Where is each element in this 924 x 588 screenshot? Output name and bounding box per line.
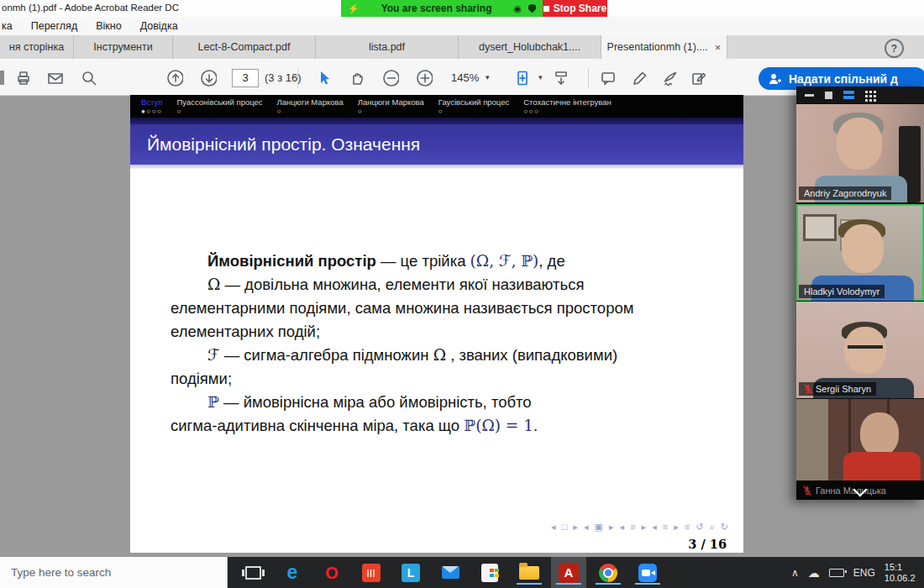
stop-icon [543,6,549,12]
mic-muted-icon [803,486,811,496]
participant-video-1[interactable]: Andriy Zagorodnyuk [796,104,924,202]
active-tab-label: Presentationmh (1).... [607,41,708,53]
participant-video-4[interactable] [796,399,924,480]
zoom-level-value[interactable]: 145% [451,71,479,84]
slide-text-line: сигма-адитивна скінченна міра, така що ℙ… [171,417,718,440]
taskbar-icons: e O ||| L A [242,557,659,588]
section-vstup[interactable]: Вступ●○○○ [141,97,162,118]
zoom-in-icon[interactable] [416,70,433,87]
strip-view-icon[interactable] [843,91,854,99]
print-icon[interactable] [15,70,32,87]
toolbar-divider [297,68,298,88]
participant-name-label: Hladkyi Volodymyr [799,285,885,298]
email-icon[interactable] [47,70,64,87]
slide-text-line: елементарних подій; [171,323,718,346]
opera-icon[interactable]: O [321,561,343,585]
mic-muted-icon [804,384,812,394]
toolbar-divider [588,68,589,88]
slide-title: Ймовірнісний простір. Означення [130,124,743,165]
minimize-icon[interactable] [805,94,814,97]
menu-item-window[interactable]: Вікно [87,20,130,32]
speaker-view-icon[interactable] [825,92,832,99]
clock[interactable]: 15:1 10.06.2 [885,562,916,584]
slide-text-line: Ω — довільна множина, елементи якої нази… [171,276,718,299]
battery-icon[interactable] [829,569,844,577]
close-tab-icon[interactable]: × [715,41,722,54]
page-fit-caret-icon[interactable]: ▾ [538,73,543,81]
language-indicator[interactable]: ENG [853,567,875,579]
slide-text-line: подіями; [171,370,718,393]
app-iii-icon[interactable]: ||| [360,561,382,585]
gallery-view-icon[interactable] [865,91,868,93]
select-tool-icon[interactable] [315,70,332,87]
slide-text-line: ℙ — ймовірнісна міра або ймовірність, то… [171,393,718,417]
tab-home[interactable]: ня сторінка [0,35,74,59]
participant-video-2-active-speaker[interactable]: Hladkyi Volodymyr [796,204,924,301]
slide-title-glow [130,165,743,169]
save-icon[interactable] [0,71,4,85]
mail-icon[interactable] [439,561,461,585]
tab-document-2[interactable]: lista.pdf [316,35,459,59]
tray-chevron-up-icon[interactable]: ∧ [791,567,799,579]
wall-frame-shape [803,214,837,241]
stop-share-button[interactable]: Stop Share [543,0,607,17]
section-markov-1[interactable]: Ланцюги Маркова○ [277,97,344,118]
page-up-icon[interactable] [166,70,183,87]
edge-icon[interactable]: e [281,561,303,585]
section-stochastic[interactable]: Стохастичне інтегруван○○○ [523,97,611,118]
participant-name-label: Andriy Zagorodnyuk [799,186,891,200]
participant-avatar [842,224,884,273]
lightshot-icon[interactable]: L [400,561,422,585]
tab-document-1[interactable]: Lect-8-Compact.pdf [173,35,316,59]
menu-bar: ка Перегляд Вікно Довідка [0,17,924,36]
beamer-nav-symbols[interactable]: ◂ □ ▸ ◂ ▣ ▸ ◂ ≡ ▸ ◂ ≡ ▸ ≡ ↺ ⌕ ↻ [551,522,730,533]
tab-bar: ня сторінка Інструменти Lect-8-Compact.p… [0,35,924,60]
slide-section-nav: Вступ●○○○ Пуассонівський процес○ Ланцюги… [130,95,743,118]
acrobat-icon[interactable]: A [558,561,580,585]
tray-time: 15:1 [885,562,902,572]
slide-text-line: Ймовірнісний простір — це трійка (Ω, ℱ, … [171,252,718,276]
zoom-out-icon[interactable] [382,70,399,87]
section-gauss[interactable]: Гаусівський процес○ [438,97,509,118]
tray-date: 10.06.2 [885,573,916,583]
onedrive-cloud-icon[interactable]: ☁ [808,566,820,580]
page-number-input[interactable]: 3 [232,69,259,87]
sign-pen-icon[interactable] [662,70,679,87]
help-icon[interactable]: ? [885,39,904,58]
menu-item-help[interactable]: Довідка [131,20,187,32]
sharing-bolt-icon: ⚡ [348,3,360,14]
section-markov-2[interactable]: Ланцюги Маркова○ [358,97,424,118]
search-icon[interactable] [81,70,97,87]
slide-title-top-strip [130,118,743,124]
page-down-icon[interactable] [200,70,217,87]
store-icon[interactable] [479,561,501,585]
participant-name-label: Sergii Sharyn [799,382,876,396]
shield-icon [528,4,536,13]
menu-item-view[interactable]: Перегляд [22,20,87,32]
window-title: onmh (1).pdf - Adobe Acrobat Reader DC [2,3,179,13]
page-fit-icon[interactable] [514,70,531,87]
section-poisson[interactable]: Пуассонівський процес○ [176,97,262,118]
participant-video-3[interactable]: Sergii Sharyn [796,302,924,398]
running-indicator [556,583,581,585]
scroll-view-icon[interactable] [553,70,570,87]
taskbar-search-input[interactable]: Type here to search [0,557,228,588]
slide-body: Ймовірнісний простір — це трійка (Ω, ℱ, … [171,252,718,440]
hand-tool-icon[interactable] [349,70,365,87]
slide-page-label: 3 / 16 [688,537,727,551]
comment-icon[interactable] [600,70,617,87]
tab-tools[interactable]: Інструменти [74,35,173,59]
system-tray: ∧ ☁ ENG 15:1 10.06.2 [791,557,916,588]
zoom-dropdown-caret-icon[interactable]: ▾ [486,73,490,81]
fill-sign-icon[interactable] [690,70,707,87]
file-explorer-icon[interactable] [518,561,540,585]
tab-document-3[interactable]: dysert_Holubchak1.... [459,35,601,59]
highlight-pen-icon[interactable] [632,70,648,87]
task-view-icon[interactable] [242,561,264,585]
zoom-app-icon[interactable] [637,561,659,585]
running-indicator [596,583,621,585]
menu-item-truncated[interactable]: ка [0,20,22,32]
tab-document-active[interactable]: Presentationmh (1).... × [601,35,727,59]
person-add-icon [769,73,782,85]
chrome-icon[interactable] [597,561,619,585]
